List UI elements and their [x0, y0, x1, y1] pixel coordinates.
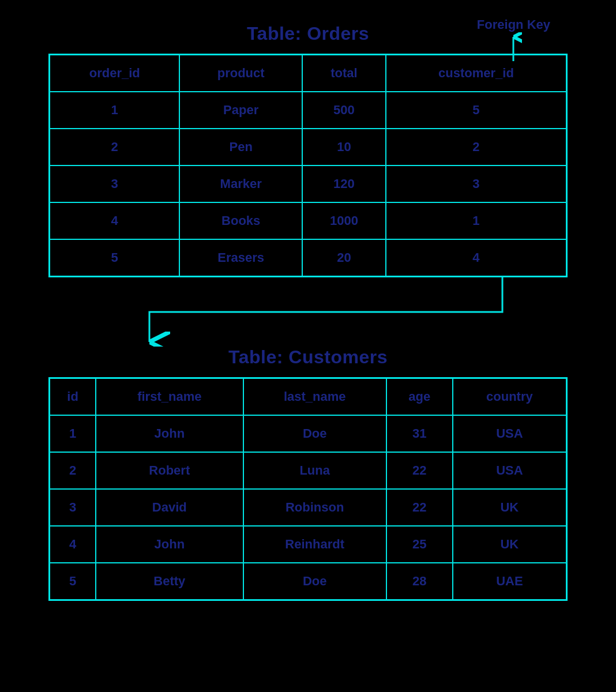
table-cell: 5 — [386, 92, 567, 129]
table-row: 2Pen102 — [50, 129, 567, 166]
customers-col-first_name: first_name — [96, 378, 243, 416]
table-cell: Reinhardt — [243, 526, 386, 563]
table-row: 4JohnReinhardt25UK — [50, 526, 567, 563]
table-cell: 31 — [386, 415, 453, 452]
table-row: 1JohnDoe31USA — [50, 415, 567, 452]
fk-arrow-up — [505, 32, 522, 61]
table-cell: 1 — [386, 202, 567, 239]
table-cell: Betty — [96, 563, 243, 600]
table-row: 5BettyDoe28UAE — [50, 563, 567, 600]
orders-col-product: product — [179, 55, 302, 92]
table-cell: Doe — [243, 415, 386, 452]
table-cell: Paper — [179, 92, 302, 129]
table-cell: 3 — [386, 166, 567, 202]
customers-col-id: id — [50, 378, 96, 416]
orders-table: order_id product total customer_id 1Pape… — [48, 54, 568, 277]
customers-table-title: Table: Customers — [228, 347, 388, 368]
table-cell: Pen — [179, 129, 302, 166]
table-cell: David — [96, 489, 243, 526]
table-cell: John — [96, 415, 243, 452]
table-cell: USA — [453, 415, 567, 452]
customers-col-last_name: last_name — [243, 378, 386, 416]
table-row: 2RobertLuna22USA — [50, 452, 567, 489]
table-row: 3Marker1203 — [50, 166, 567, 202]
table-cell: 22 — [386, 489, 453, 526]
orders-table-title: Table: Orders — [247, 23, 369, 44]
table-cell: USA — [453, 452, 567, 489]
table-cell: 28 — [386, 563, 453, 600]
customers-header-row: id first_name last_name age country — [50, 378, 567, 416]
customers-col-country: country — [453, 378, 567, 416]
table-cell: Robinson — [243, 489, 386, 526]
table-cell: 22 — [386, 452, 453, 489]
table-row: 4Books10001 — [50, 202, 567, 239]
table-cell: 2 — [50, 452, 96, 489]
table-cell: Robert — [96, 452, 243, 489]
table-cell: 5 — [50, 239, 180, 277]
customers-table: id first_name last_name age country 1Joh… — [48, 377, 568, 601]
table-cell: Doe — [243, 563, 386, 600]
table-cell: UK — [453, 489, 567, 526]
table-cell: Erasers — [179, 239, 302, 277]
table-cell: John — [96, 526, 243, 563]
table-row: 3DavidRobinson22UK — [50, 489, 567, 526]
table-cell: 2 — [50, 129, 180, 166]
table-cell: UK — [453, 526, 567, 563]
table-cell: 1 — [50, 415, 96, 452]
table-row: 1Paper5005 — [50, 92, 567, 129]
table-cell: 4 — [386, 239, 567, 277]
connector-arrow — [48, 277, 568, 347]
table-cell: Books — [179, 202, 302, 239]
table-cell: 2 — [386, 129, 567, 166]
table-cell: 4 — [50, 202, 180, 239]
table-cell: 1000 — [302, 202, 386, 239]
table-row: 5Erasers204 — [50, 239, 567, 277]
connector-line — [149, 277, 502, 342]
diagram-container: Table: Orders Foreign Key order_id — [48, 23, 568, 601]
fk-label: Foreign Key — [477, 17, 550, 32]
table-cell: 120 — [302, 166, 386, 202]
table-cell: UAE — [453, 563, 567, 600]
table-cell: 5 — [50, 563, 96, 600]
customers-section: Table: Customers id first_name last_name… — [48, 347, 568, 601]
customers-col-age: age — [386, 378, 453, 416]
table-cell: 20 — [302, 239, 386, 277]
orders-col-total: total — [302, 55, 386, 92]
table-cell: 1 — [50, 92, 180, 129]
table-cell: 500 — [302, 92, 386, 129]
table-cell: 10 — [302, 129, 386, 166]
table-cell: Luna — [243, 452, 386, 489]
table-cell: 3 — [50, 489, 96, 526]
table-cell: 3 — [50, 166, 180, 202]
table-cell: Marker — [179, 166, 302, 202]
table-cell: 25 — [386, 526, 453, 563]
table-cell: 4 — [50, 526, 96, 563]
orders-col-order_id: order_id — [50, 55, 180, 92]
orders-section: Table: Orders Foreign Key order_id — [48, 23, 568, 277]
